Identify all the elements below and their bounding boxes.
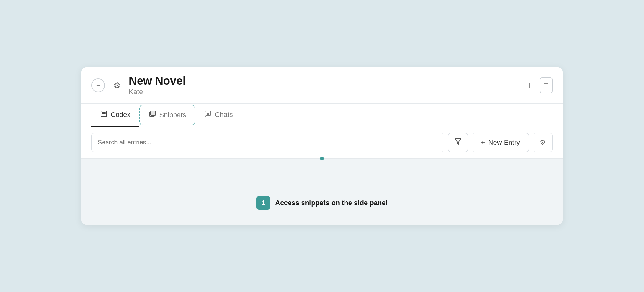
settings-header-button[interactable]: ⚙ (110, 78, 124, 92)
tabs-section: Codex Snippets Chats (81, 104, 563, 127)
snippets-icon (149, 110, 156, 120)
svg-marker-6 (455, 139, 461, 144)
connector-line (322, 159, 322, 190)
settings-toolbar-button[interactable]: ⚙ (533, 133, 553, 152)
toolbar: + New Entry ⚙ (81, 127, 563, 159)
back-icon: ← (95, 82, 101, 89)
filter-button[interactable] (448, 133, 468, 152)
novel-title: New Novel (129, 75, 186, 87)
panel-toggle-button[interactable]: ☰ (540, 77, 553, 93)
author-name: Kate (129, 88, 186, 96)
svg-rect-5 (151, 111, 156, 115)
tab-codex[interactable]: Codex (91, 104, 139, 127)
chats-icon (204, 110, 212, 119)
collapse-button[interactable]: ⊢ (526, 79, 537, 92)
tab-snippets-label: Snippets (159, 111, 186, 119)
filter-icon (454, 138, 462, 147)
new-entry-button[interactable]: + New Entry (472, 133, 529, 152)
app-container: ← ⚙ New Novel Kate ⊢ ☰ (81, 67, 563, 225)
tooltip-badge: 1 Access snippets on the side panel (256, 196, 387, 210)
codex-icon (100, 110, 108, 119)
badge-number: 1 (256, 196, 270, 210)
tab-codex-label: Codex (111, 111, 131, 119)
header: ← ⚙ New Novel Kate ⊢ ☰ (81, 67, 563, 104)
collapse-icon: ⊢ (529, 81, 535, 89)
new-entry-label: New Entry (488, 138, 520, 147)
header-left: ← ⚙ New Novel Kate (91, 75, 186, 96)
panel-icon: ☰ (544, 82, 549, 89)
connector-dot (320, 157, 324, 160)
tooltip-message: Access snippets on the side panel (275, 199, 387, 207)
search-input[interactable] (91, 133, 444, 152)
gear-icon: ⚙ (113, 81, 121, 90)
header-right: ⊢ ☰ (526, 77, 553, 93)
plus-icon: + (481, 138, 485, 147)
tab-chats-label: Chats (215, 111, 233, 119)
tab-snippets[interactable]: Snippets (139, 105, 196, 125)
settings-icon: ⚙ (540, 138, 546, 147)
back-button[interactable]: ← (91, 78, 105, 92)
tab-chats[interactable]: Chats (195, 104, 241, 127)
bottom-section: 1 Access snippets on the side panel (81, 159, 563, 225)
header-title: New Novel Kate (129, 75, 186, 96)
